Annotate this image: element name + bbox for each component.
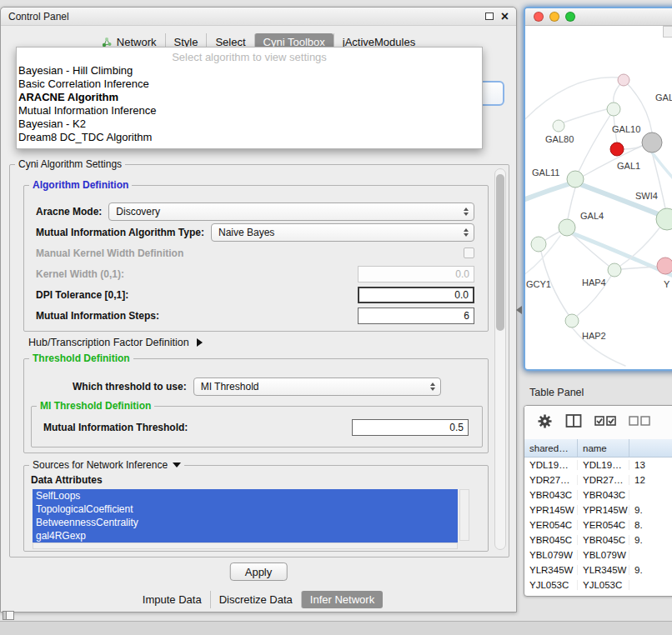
column-header[interactable]	[629, 439, 672, 457]
hub-definition-section[interactable]: Hub/Transcription Factor Definition	[28, 337, 203, 348]
column-header[interactable]: name	[578, 439, 629, 457]
mi-threshold-group-title: MI Threshold Definition	[37, 400, 154, 412]
table-row[interactable]: YDL19…YDL19…13	[524, 458, 672, 472]
network-window-titlebar	[525, 8, 672, 26]
attributes-horizontal-scrollbar[interactable]	[33, 542, 458, 549]
which-threshold-label: Which threshold to use:	[73, 381, 187, 392]
table-row[interactable]: YBL079WYBL079W	[524, 548, 672, 562]
bottom-tab-bar: Impute DataDiscretize DataInfer Network	[1, 591, 516, 608]
node-label: GAL1	[617, 161, 640, 171]
table-cell: YBR045C	[524, 535, 578, 545]
settings-group-title: Cyni Algorithm Settings	[15, 158, 125, 170]
table-row[interactable]: YBR045CYBR045C9.	[524, 532, 672, 548]
node-label: GAL7	[655, 92, 672, 102]
network-icon	[102, 37, 113, 48]
empty-squares-icon[interactable]	[629, 415, 650, 430]
algorithm-option[interactable]: Dream8 DC_TDC Algorithm	[17, 131, 482, 144]
dpi-tolerance-input[interactable]	[358, 287, 474, 303]
table-cell: YBR043C	[524, 490, 578, 500]
collapse-arrow-icon[interactable]	[173, 462, 181, 468]
mi-steps-input[interactable]	[358, 308, 474, 324]
table-row[interactable]: YPR145WYPR145W9.	[524, 502, 672, 518]
traffic-light-close[interactable]	[534, 12, 544, 22]
network-view-window: GAL80GAL10GAL11GAL1SWI4GAL4GCY1HAP4HAP2G…	[524, 7, 672, 371]
algorithm-option[interactable]: Basic Correlation Inference	[17, 78, 482, 91]
mi-threshold-group: MI Threshold Definition Mutual Informati…	[31, 406, 483, 448]
column-header[interactable]: shared…	[524, 439, 578, 457]
traffic-light-minimize[interactable]	[549, 12, 559, 22]
table-row[interactable]: YDR27…YDR27…12	[524, 472, 672, 488]
bottom-tab-discretize-data[interactable]: Discretize Data	[210, 591, 301, 608]
aracne-mode-select[interactable]: Discovery	[108, 202, 474, 221]
network-node[interactable]	[567, 171, 584, 188]
attribute-item[interactable]: SelfLoops	[33, 489, 458, 502]
node-label: GAL80	[545, 134, 574, 144]
network-node[interactable]	[642, 132, 662, 152]
algorithm-option[interactable]: Mutual Information Inference	[17, 104, 482, 118]
dpi-tolerance-label: DPI Tolerance [0,1]:	[36, 289, 128, 301]
scrollbar-thumb[interactable]	[496, 174, 504, 331]
algorithm-definition-title: Algorithm Definition	[29, 179, 132, 191]
attributes-vertical-scrollbar[interactable]	[459, 489, 469, 541]
algorithm-option[interactable]: Bayesian - K2	[17, 118, 482, 131]
select-checks-icon[interactable]	[594, 415, 616, 430]
table-cell: YDL19…	[578, 460, 629, 470]
algorithm-option[interactable]: ARACNE Algorithm	[17, 91, 482, 104]
table-cell: YLR345W	[524, 565, 578, 575]
panel-splitter-arrow[interactable]	[516, 306, 522, 314]
network-node[interactable]	[608, 263, 621, 277]
which-threshold-select[interactable]: MI Threshold	[193, 378, 441, 396]
network-edge	[525, 182, 574, 202]
sources-group-title[interactable]: Sources for Network Inference	[29, 459, 184, 471]
bottom-tab-impute-data[interactable]: Impute Data	[134, 591, 210, 608]
node-label: HAP2	[582, 331, 606, 341]
stepper-arrows-icon	[430, 382, 440, 391]
network-node[interactable]	[559, 219, 575, 236]
network-edge	[570, 232, 672, 284]
traffic-light-zoom[interactable]	[565, 12, 575, 22]
network-node[interactable]	[565, 314, 579, 328]
table-cell: YBL079W	[524, 550, 578, 560]
network-node[interactable]	[610, 142, 624, 156]
settings-scrollbar[interactable]	[494, 168, 506, 550]
table-row[interactable]: YBR043CYBR043C	[524, 488, 672, 502]
node-label: GCY1	[526, 279, 551, 289]
network-node[interactable]	[531, 237, 546, 252]
expand-arrow-icon[interactable]	[197, 338, 203, 347]
mi-threshold-label: Mutual Information Threshold:	[43, 422, 188, 433]
settings-gear-icon[interactable]	[537, 413, 553, 432]
network-node[interactable]	[607, 102, 620, 116]
mi-type-select[interactable]: Naive Bayes	[211, 223, 474, 242]
tab-label: Impute Data	[143, 593, 202, 606]
network-scrollbar-button[interactable]	[663, 26, 672, 38]
table-row[interactable]: YLR345WYLR345W9.	[524, 562, 672, 578]
attribute-item[interactable]: gal4RGexp	[33, 529, 458, 542]
table-cell: 12	[629, 475, 672, 485]
attribute-item[interactable]: TopologicalCoefficient	[33, 502, 458, 516]
network-node[interactable]	[618, 74, 629, 86]
table-cell: YER054C	[578, 520, 629, 530]
table-row[interactable]: YER054CYER054C8.	[524, 518, 672, 532]
aracne-mode-label: Aracne Mode:	[36, 206, 102, 218]
algorithm-option[interactable]: Bayesian - Hill Climbing	[17, 64, 482, 78]
column-layout-icon[interactable]	[565, 413, 582, 432]
attribute-item[interactable]: BetweennessCentrality	[33, 516, 458, 529]
network-node[interactable]	[657, 258, 672, 274]
float-window-icon[interactable]	[485, 12, 494, 20]
table-row[interactable]: YJL053CYJL053C	[524, 578, 672, 592]
table-cell: YLR345W	[578, 565, 629, 575]
node-label: GAL10	[612, 124, 640, 134]
network-canvas[interactable]: GAL80GAL10GAL11GAL1SWI4GAL4GCY1HAP4HAP2G…	[525, 26, 672, 369]
collapsed-panel-icon[interactable]	[3, 611, 14, 620]
mi-threshold-input[interactable]	[352, 419, 469, 436]
node-label: GAL11	[532, 168, 559, 178]
table-cell: YJL053C	[524, 580, 578, 590]
mi-type-value: Naive Bayes	[218, 227, 274, 238]
network-node[interactable]	[553, 120, 564, 132]
close-icon[interactable]: ×	[501, 10, 509, 23]
algorithm-dropdown-list: Bayesian - Hill ClimbingBasic Correlatio…	[17, 64, 482, 144]
bottom-tab-infer-network[interactable]: Infer Network	[301, 591, 383, 608]
apply-button[interactable]: Apply	[230, 562, 288, 581]
node-label: GAL4	[580, 211, 604, 221]
network-edge	[525, 78, 619, 124]
